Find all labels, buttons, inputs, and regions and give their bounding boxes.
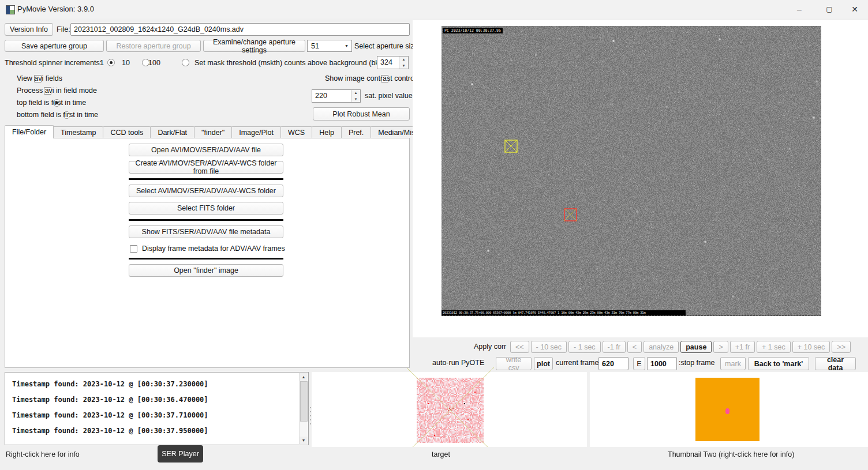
select-wcs-folder-button[interactable]: Select AVI/MOV/SER/ADV/AAV-WCS folder (129, 185, 283, 197)
target-cross-icon (406, 367, 494, 453)
open-finder-image-button[interactable]: Open "finder" image (129, 264, 283, 277)
current-frame-field[interactable]: 620 (598, 357, 628, 370)
back-1-frame-button[interactable]: -1 fr (603, 341, 626, 353)
minimize-button[interactable]: – (786, 0, 813, 18)
current-frame-label: current frame: (556, 359, 601, 367)
jump-end-button[interactable]: >> (832, 341, 851, 353)
sat-pixel-spinner[interactable]: 220 ▲▼ (312, 89, 361, 103)
forward-1-sec-button[interactable]: + 1 sec (757, 341, 791, 353)
tab-bar: File/FolderTimestampCCD toolsDark/Flat"f… (5, 125, 440, 138)
create-wcs-folder-button[interactable]: Create AVI/MOV/SER/ADV/AAV-WCS folder fr… (129, 161, 283, 174)
clear-data-button[interactable]: clear data (815, 357, 856, 370)
version-info-button[interactable]: Version Info (5, 23, 53, 36)
main-video-frame[interactable]: PC 2023/10/12 00:30:37.95 20231012 00:30… (442, 26, 821, 316)
vti-timestamp-top: PC 2023/10/12 00:30:37.95 (443, 28, 503, 33)
play-backward-button[interactable]: < (627, 341, 642, 353)
top-field-first-label: top field is first in time (17, 99, 86, 107)
increment-1-radio[interactable] (107, 59, 115, 66)
aperture-size-value: 51 (308, 42, 342, 50)
view-avi-fields-label: View avi fields (17, 74, 62, 82)
display-frame-metadata-checkbox-label: Display frame metadata for ADV/AAV frame… (142, 245, 285, 253)
pymovie-window: PyMovie Version: 3.9.0 – ▢ ✕ Version Inf… (0, 0, 868, 470)
process-avi-field-mode-label: Process avi in field mode (17, 87, 97, 95)
spinner-arrows-icon[interactable]: ▲▼ (399, 57, 408, 69)
mask-threshold-label: Set mask threshold (mskth) counts above … (194, 59, 393, 67)
restore-aperture-group-button[interactable]: Restore aperture group (106, 40, 201, 52)
sat-pixel-value: 220 (312, 90, 351, 102)
increment-100-radio[interactable] (182, 59, 189, 66)
chevron-down-icon: ▼ (342, 44, 351, 48)
increment-100-label: 100 (148, 59, 160, 67)
stop-frame-label: :stop frame (679, 359, 715, 367)
spinner-arrows-icon[interactable]: ▲▼ (351, 90, 360, 102)
sat-pixel-label: sat. pixel value (365, 92, 413, 100)
save-aperture-group-button[interactable]: Save aperture group (5, 40, 104, 52)
image-panel: PC 2023/10/12 00:30:37.95 20231012 00:30… (413, 20, 868, 337)
tab-timestamp[interactable]: Timestamp (53, 126, 103, 138)
thumbnail-two-caption[interactable]: Thumbnail Two (right-click here for info… (668, 450, 794, 458)
tab-file-folder[interactable]: File/Folder (5, 125, 54, 138)
jump-start-button[interactable]: << (510, 341, 529, 353)
target-thumbnail-panel (312, 372, 587, 447)
tab-wcs[interactable]: WCS (280, 126, 312, 138)
examine-aperture-settings-button[interactable]: Examine/change aperture settings (203, 40, 305, 52)
threshold-increments-label: Threshold spinner increments: (5, 59, 102, 67)
target-caption: target (432, 450, 450, 458)
back-1-sec-button[interactable]: - 1 sec (568, 341, 601, 353)
maximize-button[interactable]: ▢ (816, 0, 843, 18)
e-button[interactable]: E (633, 357, 645, 370)
separator (129, 219, 283, 221)
tab-pref-[interactable]: Pref. (341, 126, 371, 138)
plot-robust-mean-button[interactable]: Plot Robust Mean (313, 107, 410, 121)
forward-1-frame-button[interactable]: +1 fr (730, 341, 755, 353)
tab-ccd-tools[interactable]: CCD tools (103, 126, 151, 138)
back-to-mark-button[interactable]: Back to 'mark' (748, 357, 809, 370)
open-avi-file-button[interactable]: Open AVI/MOV/SER/ADV/AAV file (129, 144, 283, 156)
stop-frame-field[interactable]: 1000 (647, 357, 677, 370)
separator (129, 178, 283, 180)
aperture-size-label: Select aperture size (354, 42, 418, 50)
show-contrast-control-label: Show image contrast control (325, 74, 416, 82)
mask-threshold-spinner[interactable]: 324 ▲▼ (377, 56, 409, 69)
analyze-button[interactable]: analyze (643, 341, 679, 353)
window-title: PyMovie Version: 3.9.0 (17, 5, 94, 13)
file-label: File: (57, 25, 70, 33)
tab-dark-flat[interactable]: Dark/Flat (150, 126, 194, 138)
timestamp-log[interactable]: Timestamp found: 2023-10-12 @ [00:30:37.… (5, 372, 309, 445)
separator (129, 258, 283, 260)
increment-1-label: 1 (100, 59, 104, 67)
scrollbar-thumb[interactable] (300, 381, 308, 422)
star-dot (725, 408, 729, 414)
autorun-pyote-label: auto-run PyOTE (432, 359, 484, 367)
plot-button[interactable]: plot (534, 357, 553, 370)
forward-10-sec-button[interactable]: + 10 sec (792, 341, 830, 353)
show-metadata-button[interactable]: Show FITS/SER/ADV/AAV file metadata (129, 225, 283, 238)
tab--finder-[interactable]: "finder" (194, 126, 232, 138)
pause-button[interactable]: pause (680, 341, 712, 353)
tab-help[interactable]: Help (312, 126, 342, 138)
app-icon (6, 5, 15, 14)
log-line: Timestamp found: 2023-10-12 @ [00:30:37.… (12, 411, 308, 419)
file-path-field[interactable]: 20231012_002809_1624x1240_G24dB_0240ms.a… (70, 23, 410, 36)
mark-button[interactable]: mark (720, 357, 746, 370)
title-bar: PyMovie Version: 3.9.0 – ▢ ✕ (0, 0, 868, 18)
scroll-down-icon[interactable]: ▼ (300, 437, 308, 444)
back-10-sec-button[interactable]: - 10 sec (531, 341, 567, 353)
write-csv-button[interactable]: write csv (496, 357, 532, 370)
target-thumbnail[interactable] (417, 378, 484, 443)
log-line: Timestamp found: 2023-10-12 @ [00:30:36.… (12, 396, 308, 404)
close-button[interactable]: ✕ (841, 0, 868, 18)
increment-10-label: 10 (122, 59, 130, 67)
scroll-up-icon[interactable]: ▲ (300, 373, 308, 381)
play-forward-button[interactable]: > (713, 341, 728, 353)
log-scrollbar[interactable]: ▲ ▼ (299, 373, 308, 444)
select-fits-folder-button[interactable]: Select FITS folder (129, 202, 283, 215)
file-folder-tab-panel: Open AVI/MOV/SER/ADV/AAV fileCreate AVI/… (5, 138, 410, 368)
tab-image-plot[interactable]: Image/Plot (231, 126, 281, 138)
log-info-caption[interactable]: Right-click here for info (6, 450, 80, 458)
log-line: Timestamp found: 2023-10-12 @ [00:30:37.… (12, 380, 308, 388)
display-frame-metadata-checkbox[interactable] (130, 245, 137, 253)
aperture-size-select[interactable]: 51 ▼ (307, 40, 352, 52)
thumbnail-two[interactable] (695, 378, 760, 441)
apply-corr-label: Apply corr (474, 343, 506, 351)
